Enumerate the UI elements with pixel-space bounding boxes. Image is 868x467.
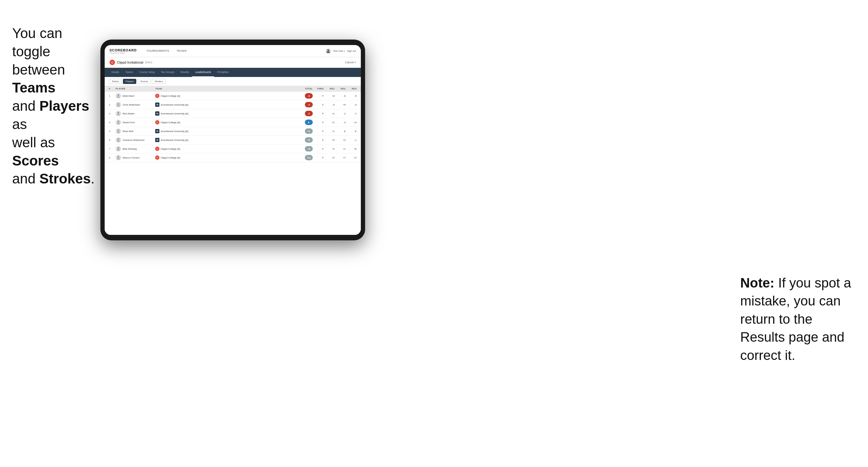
- svg-point-2: [118, 94, 119, 96]
- thru-col: F: [313, 130, 324, 133]
- thru-col: F: [313, 112, 324, 115]
- team-name: Clippd College [A]: [161, 121, 180, 124]
- cancel-button[interactable]: Cancel ×: [345, 61, 356, 64]
- thru-col: F: [313, 95, 324, 97]
- total-score: -8: [305, 93, 313, 99]
- rd3-col: -4: [346, 103, 356, 106]
- player-name: Elliot Ebert: [123, 95, 134, 97]
- team-name: Clippd College [A]: [161, 156, 180, 159]
- rd3-col: -5: [346, 95, 356, 97]
- svg-point-7: [118, 138, 119, 140]
- tournament-name: Clippd Invitational: [117, 61, 143, 64]
- sub-tab-players[interactable]: Players: [123, 79, 136, 84]
- team-col: C Clippd College [A]: [155, 94, 294, 98]
- team-name: Scoreboard University [A]: [161, 112, 188, 115]
- signout-link[interactable]: Sign out: [347, 50, 356, 52]
- rd1-col: +2: [324, 148, 335, 150]
- rd2-col: +5: [335, 103, 346, 106]
- player-position: 3: [109, 112, 116, 115]
- table-row: 1 Elliot Ebert C Clippd College [A] -8 F…: [105, 92, 361, 100]
- thru-col: F: [313, 121, 324, 124]
- rd3-col: +6: [346, 148, 356, 150]
- player-col: Rees Britt: [116, 128, 155, 134]
- tab-leaderboards[interactable]: Leaderboards: [192, 68, 214, 77]
- tournament-title: C Clippd Invitational (Men): [110, 60, 152, 65]
- logo-title: SCOREBOARD: [110, 49, 136, 52]
- tab-tee-groups[interactable]: Tee Groups: [158, 68, 177, 77]
- svg-point-5: [118, 121, 119, 122]
- tab-teams[interactable]: Teams: [122, 68, 136, 77]
- table-rows-container: 1 Elliot Ebert C Clippd College [A] -8 F…: [105, 92, 361, 162]
- rd2-col: -6: [335, 95, 346, 97]
- team-logo-sb: SB: [155, 111, 159, 116]
- nav-tournaments[interactable]: TOURNAMENTS: [143, 45, 173, 57]
- tournament-gender: (Men): [145, 61, 152, 64]
- table-header: # PLAYER TEAM TOTAL THRU RD1 RD2 RD3: [105, 86, 361, 92]
- user-avatar: [326, 49, 331, 54]
- player-position: 7: [109, 148, 116, 150]
- table-row: 2 Chris Robertson SB Scoreboard Universi…: [105, 100, 361, 109]
- table-row: 4 David Ford C Clippd College [A] E F +1…: [105, 118, 361, 127]
- tab-results[interactable]: Results: [177, 68, 192, 77]
- nav-bar: SCOREBOARD Powered by clippd TOURNAMENTS…: [105, 45, 361, 57]
- team-col: SB Scoreboard University [A]: [155, 129, 294, 133]
- table-row: 3 Rich Butler SB Scoreboard University […: [105, 109, 361, 118]
- left-annotation: You can toggle between Teams and Players…: [12, 24, 100, 188]
- rd2-col: E: [335, 130, 346, 133]
- rd3-col: +2: [346, 156, 356, 159]
- team-name: Clippd College [A]: [161, 148, 180, 150]
- player-avatar: [116, 111, 121, 116]
- player-col: Rich Butler: [116, 111, 155, 116]
- rd3-col: +3: [346, 121, 356, 124]
- team-logo-sb: SB: [155, 129, 159, 133]
- player-name: Marcus Turners: [123, 156, 140, 159]
- rd2-col: +1: [335, 148, 346, 150]
- player-avatar: [116, 128, 121, 134]
- team-col: C Clippd College [A]: [155, 120, 294, 124]
- rd3-col: -1: [346, 112, 356, 115]
- team-name: Scoreboard University [A]: [161, 139, 188, 142]
- player-name: Cameron Robertson: [123, 139, 145, 142]
- player-name: Blair McHarg: [123, 148, 136, 150]
- rd1-col: +1: [324, 121, 335, 124]
- player-col: Marcus Turners: [116, 155, 155, 160]
- player-position: 4: [109, 121, 116, 124]
- total-score: +6: [305, 137, 313, 143]
- player-name: David Ford: [123, 121, 134, 124]
- tab-printables[interactable]: Printables: [214, 68, 232, 77]
- table-row: 5 Rees Britt SB Scoreboard University [A…: [105, 127, 361, 136]
- svg-point-6: [118, 130, 119, 131]
- total-score: +8: [305, 146, 313, 152]
- player-col: Chris Robertson: [116, 102, 155, 107]
- sub-tab-teams[interactable]: Teams: [109, 79, 122, 84]
- table-row: 6 Cameron Robertson SB Scoreboard Univer…: [105, 136, 361, 145]
- thru-col: F: [313, 148, 324, 150]
- team-col: C Clippd College [A]: [155, 147, 294, 151]
- player-col: David Ford: [116, 120, 155, 125]
- tab-details[interactable]: Details: [108, 68, 122, 77]
- svg-point-4: [118, 112, 119, 114]
- team-col: SB Scoreboard University [A]: [155, 111, 294, 116]
- nav-right: Test User | Sign out: [326, 49, 356, 54]
- team-name: Clippd College [A]: [161, 95, 180, 97]
- thru-col: F: [313, 139, 324, 142]
- rd2-col: -2: [335, 112, 346, 115]
- player-name: Chris Robertson: [123, 103, 140, 106]
- player-position: 2: [109, 103, 116, 106]
- team-logo-clippd: C: [155, 155, 159, 160]
- player-name: Rich Butler: [123, 112, 134, 115]
- team-name: Scoreboard University [A]: [161, 103, 188, 106]
- team-logo-clippd: C: [155, 94, 159, 98]
- tabs-bar: Details Teams Course Setup Tee Groups Re…: [105, 68, 361, 77]
- player-avatar: [116, 137, 121, 143]
- sub-tab-strokes[interactable]: Strokes: [152, 79, 165, 84]
- logo-subtitle: Powered by clippd: [110, 52, 136, 54]
- user-name: Test User |: [333, 50, 345, 52]
- player-position: 6: [109, 139, 116, 142]
- tab-course-setup[interactable]: Course Setup: [136, 68, 158, 77]
- rd3-col: E: [346, 130, 356, 133]
- nav-teams[interactable]: TEAMS: [173, 45, 190, 57]
- rd2-col: +7: [335, 156, 346, 159]
- sub-tab-scores[interactable]: Scores: [137, 79, 151, 84]
- svg-point-9: [118, 156, 119, 158]
